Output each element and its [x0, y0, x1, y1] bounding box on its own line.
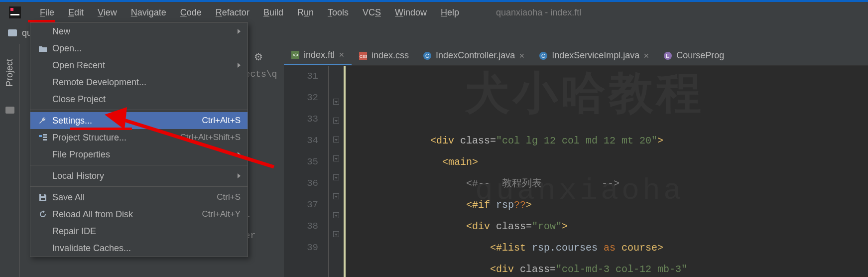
svg-text:E: E: [666, 53, 669, 59]
menu-reload-disk[interactable]: Reload All from Disk Ctrl+Alt+Y: [30, 206, 248, 223]
menu-open-recent[interactable]: Open Recent: [30, 57, 248, 74]
reload-icon: [37, 210, 48, 218]
ftl-file-icon: <>: [291, 50, 300, 59]
tab-index-controller[interactable]: C IndexController.java ✕: [416, 46, 532, 65]
svg-rect-3: [39, 135, 42, 137]
menubar: File Edit View Navigate Code Refactor Bu…: [0, 2, 868, 23]
java-class-icon: C: [539, 51, 548, 60]
open-folder-icon: [37, 45, 48, 52]
chevron-right-icon: [238, 63, 241, 68]
svg-text:C: C: [425, 53, 429, 59]
left-tool-strip: Project: [0, 44, 20, 277]
project-tool-button[interactable]: Project: [4, 59, 15, 87]
menu-close-project[interactable]: Close Project: [30, 91, 248, 108]
code-editor[interactable]: 313233 343536 373839 犬小哈教程 quanxiaoha <d…: [284, 66, 868, 277]
menu-remote-dev[interactable]: Remote Development...: [30, 74, 248, 91]
close-icon[interactable]: ✕: [519, 52, 525, 60]
close-icon[interactable]: ✕: [339, 51, 345, 59]
app-icon: [9, 6, 21, 18]
editor-tabs: <> index.ftl ✕ CSS index.css C IndexCont…: [284, 46, 868, 66]
menu-open[interactable]: Open...: [30, 40, 248, 57]
fold-marker[interactable]: [333, 99, 339, 105]
line-gutter: 313233 343536 373839: [284, 66, 329, 277]
chevron-right-icon: [238, 173, 241, 178]
java-class-icon: C: [423, 51, 432, 60]
chevron-right-icon: [238, 152, 241, 157]
svg-rect-2: [10, 14, 19, 15]
fold-marker[interactable]: [333, 155, 339, 161]
menu-build[interactable]: Build: [256, 4, 290, 21]
fold-marker[interactable]: [333, 137, 339, 142]
svg-rect-1: [10, 8, 13, 11]
watermark: 犬小哈教程: [465, 86, 704, 107]
folder-icon: [8, 29, 17, 36]
menu-vcs[interactable]: VCS: [356, 4, 388, 21]
svg-text:<>: <>: [293, 52, 299, 58]
menu-local-history[interactable]: Local History: [30, 167, 248, 184]
menu-view[interactable]: View: [91, 4, 124, 21]
menu-run[interactable]: Run: [290, 4, 321, 21]
svg-rect-4: [43, 134, 47, 136]
tab-course-prog[interactable]: E CourseProg: [656, 46, 731, 65]
svg-text:C: C: [541, 53, 545, 59]
save-icon: [37, 194, 48, 201]
tab-index-service-impl[interactable]: C IndexServiceImpl.java ✕: [532, 46, 656, 65]
wrench-icon: [37, 117, 48, 125]
fold-marker[interactable]: [333, 231, 339, 237]
fold-marker[interactable]: [333, 118, 339, 124]
chevron-right-icon: [238, 29, 241, 34]
svg-rect-5: [43, 137, 47, 138]
fold-marker[interactable]: [333, 174, 339, 180]
gear-icon[interactable]: ⚙: [254, 51, 263, 63]
css-file-icon: CSS: [359, 51, 368, 60]
menu-save-all[interactable]: Save All Ctrl+S: [30, 189, 248, 206]
svg-rect-6: [43, 139, 47, 140]
fold-marker[interactable]: [333, 212, 339, 218]
close-icon[interactable]: ✕: [643, 52, 649, 60]
fold-marker[interactable]: [333, 193, 339, 199]
svg-rect-7: [41, 198, 45, 200]
menu-repair-ide[interactable]: Repair IDE: [30, 223, 248, 240]
menu-file[interactable]: File: [33, 4, 61, 21]
file-menu-popup: New Open... Open Recent Remote Developme…: [30, 22, 248, 257]
tab-index-ftl[interactable]: <> index.ftl ✕: [284, 46, 352, 65]
menu-help[interactable]: Help: [434, 4, 466, 21]
structure-icon: [37, 134, 48, 141]
tab-index-css[interactable]: CSS index.css: [352, 46, 416, 65]
menu-new[interactable]: New: [30, 23, 248, 40]
svg-text:CSS: CSS: [360, 54, 367, 59]
menu-code[interactable]: Code: [173, 4, 209, 21]
menu-project-structure[interactable]: Project Structure... Ctrl+Alt+Shift+S: [30, 129, 248, 146]
svg-rect-8: [41, 194, 44, 196]
menu-navigate[interactable]: Navigate: [124, 4, 173, 21]
menu-settings[interactable]: Settings... Ctrl+Alt+S: [30, 112, 248, 129]
fold-strip: [329, 66, 344, 277]
window-title: quanxiaoha - index.ftl: [496, 7, 581, 18]
menu-tools[interactable]: Tools: [321, 4, 356, 21]
menu-file-properties[interactable]: File Properties: [30, 146, 248, 163]
menu-edit[interactable]: Edit: [61, 4, 91, 21]
menu-window[interactable]: Window: [388, 4, 434, 21]
menu-invalidate-caches[interactable]: Invalidate Caches...: [30, 240, 248, 257]
java-enum-icon: E: [663, 51, 672, 60]
menu-refactor[interactable]: Refactor: [209, 4, 256, 21]
code-content[interactable]: 犬小哈教程 quanxiaoha <div class="col lg 12 c…: [346, 66, 868, 277]
project-folder-icon: [5, 107, 14, 114]
